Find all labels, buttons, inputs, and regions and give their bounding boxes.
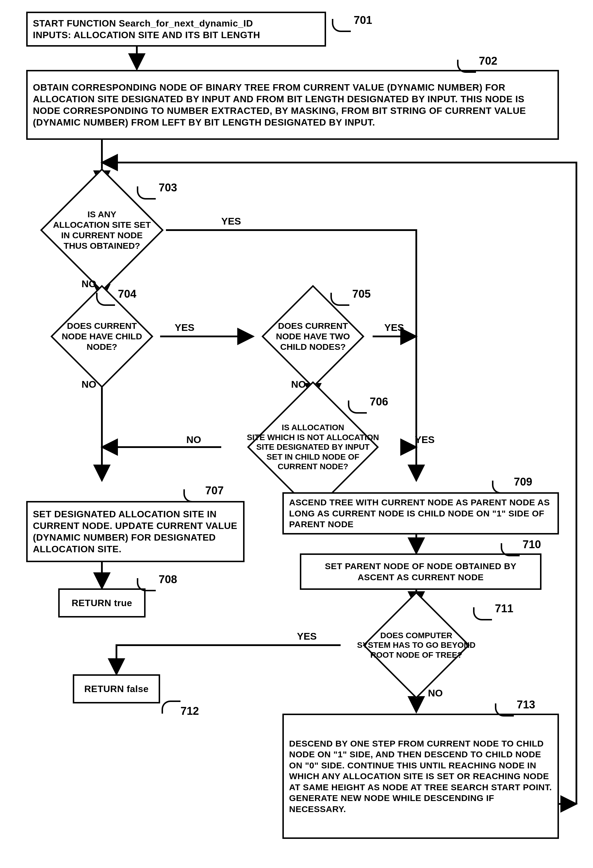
ref-hook-icon <box>162 701 181 714</box>
node-712-text: RETURN false <box>84 683 149 695</box>
ref-label-701: 701 <box>354 14 372 27</box>
edge-label-no: NO <box>186 434 201 445</box>
node-705-text: DOES CURRENTNODE HAVE TWOCHILD NODES? <box>276 321 350 352</box>
node-702-process: OBTAIN CORRESPONDING NODE OF BINARY TREE… <box>26 70 559 140</box>
ref-hook-icon <box>183 489 202 502</box>
ref-label-707: 707 <box>205 484 224 497</box>
node-704-text: DOES CURRENTNODE HAVE CHILDNODE? <box>62 321 142 352</box>
node-708-text: RETURN true <box>72 597 132 609</box>
node-703-text: IS ANYALLOCATION SITE SETIN CURRENT NODE… <box>53 209 151 251</box>
edge-label-yes: YES <box>415 434 435 445</box>
ref-label-710: 710 <box>522 538 541 551</box>
node-705-decision: DOES CURRENTNODE HAVE TWOCHILD NODES? <box>277 300 349 373</box>
ref-label-704: 704 <box>118 288 136 300</box>
node-711-decision: DOES COMPUTERSYSTEM HAS TO GO BEYONDROOT… <box>378 607 454 683</box>
node-710-text: SET PARENT NODE OF NODE OBTAINED BY ASCE… <box>306 561 535 583</box>
ref-label-711: 711 <box>495 602 513 615</box>
ref-label-708: 708 <box>159 573 177 586</box>
edge-label-yes: YES <box>175 322 194 333</box>
edge-label-yes: YES <box>221 216 241 227</box>
node-701-text: START FUNCTION Search_for_next_dynamic_I… <box>33 18 260 41</box>
edge-label-no: NO <box>81 379 96 390</box>
ref-label-712: 712 <box>181 705 199 717</box>
node-708-terminator: RETURN true <box>58 588 146 617</box>
node-710-process: SET PARENT NODE OF NODE OBTAINED BY ASCE… <box>300 554 541 590</box>
edge-label-no: NO <box>428 687 443 699</box>
node-707-text: SET DESIGNATED ALLOCATION SITE IN CURREN… <box>33 508 238 555</box>
node-713-text: DESCEND BY ONE STEP FROM CURRENT NODE TO… <box>289 738 552 815</box>
edge-label-no: NO <box>81 278 96 289</box>
edge-label-no: NO <box>291 379 306 390</box>
node-713-process: DESCEND BY ONE STEP FROM CURRENT NODE TO… <box>283 714 559 839</box>
ref-label-713: 713 <box>517 698 535 711</box>
ref-label-703: 703 <box>159 182 177 194</box>
node-711-text: DOES COMPUTERSYSTEM HAS TO GO BEYONDROOT… <box>357 630 475 660</box>
node-706-text: IS ALLOCATIONSITE WHICH IS NOT ALLOCATIO… <box>247 423 379 472</box>
node-701-start: START FUNCTION Search_for_next_dynamic_I… <box>26 12 326 47</box>
edge-label-yes: YES <box>384 322 404 333</box>
ref-label-705: 705 <box>352 288 371 300</box>
ref-hook-icon <box>492 481 511 494</box>
node-709-process: ASCEND TREE WITH CURRENT NODE AS PARENT … <box>283 492 559 534</box>
ref-label-709: 709 <box>514 476 532 488</box>
ref-label-702: 702 <box>479 55 497 67</box>
node-707-process: SET DESIGNATED ALLOCATION SITE IN CURREN… <box>26 501 244 562</box>
node-704-decision: DOES CURRENTNODE HAVE CHILDNODE? <box>66 300 138 373</box>
node-712-terminator: RETURN false <box>73 674 160 703</box>
node-703-decision: IS ANYALLOCATION SITE SETIN CURRENT NODE… <box>58 186 146 274</box>
node-706-decision: IS ALLOCATIONSITE WHICH IS NOT ALLOCATIO… <box>266 400 359 494</box>
edge-label-yes: YES <box>297 630 317 642</box>
node-709-text: ASCEND TREE WITH CURRENT NODE AS PARENT … <box>289 497 552 530</box>
ref-label-706: 706 <box>370 396 388 408</box>
flowchart-canvas: START FUNCTION Search_for_next_dynamic_I… <box>0 0 593 868</box>
ref-hook-icon <box>332 19 351 32</box>
node-702-text: OBTAIN CORRESPONDING NODE OF BINARY TREE… <box>33 81 552 128</box>
